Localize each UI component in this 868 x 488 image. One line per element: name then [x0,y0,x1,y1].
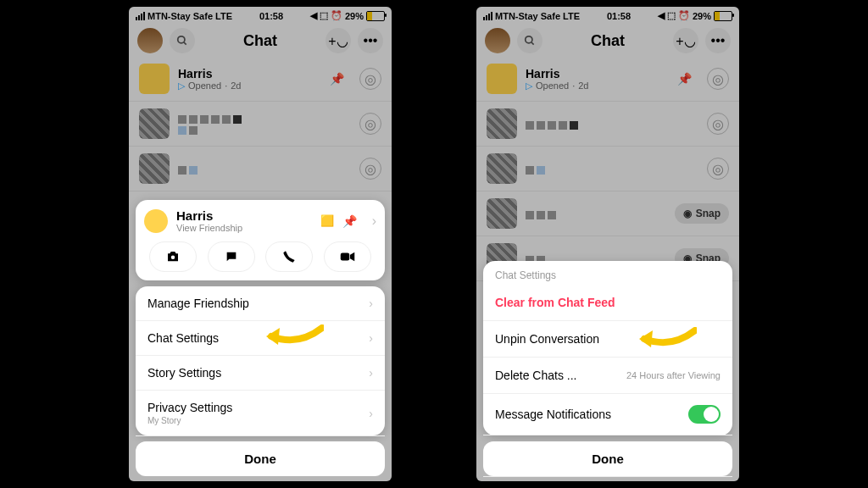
story-settings-item[interactable]: Story Settings› [136,356,385,391]
phone-right: MTN-Stay Safe LTE 01:58 ◀⬚⏰ 29% Chat +◡ … [476,7,739,481]
message-notifications-item[interactable]: Message Notifications [483,394,732,435]
action-sheet: Manage Friendship› Chat Settings› Story … [136,286,385,435]
phone-left: MTN-Stay Safe LTE 01:58 ◀ ⬚ ⏰ 29% Chat +… [129,7,392,481]
chat-action[interactable] [208,241,255,272]
privacy-settings-item[interactable]: Privacy SettingsMy Story› [136,391,385,436]
chevron-right-icon[interactable]: › [372,214,376,229]
toggle-on[interactable] [688,405,721,424]
profile-avatar-small [144,209,168,233]
chat-settings-sheet: Chat Settings Clear from Chat Feed Unpin… [483,261,732,435]
streak-emoji: 🟨 [320,214,334,227]
profile-name: Harris [176,208,312,223]
unpin-conversation-item[interactable]: Unpin Conversation [483,321,732,358]
manage-friendship-item[interactable]: Manage Friendship› [136,286,385,321]
call-action[interactable] [265,241,313,272]
done-button[interactable]: Done [136,441,385,476]
pin-icon: 📌 [342,214,357,228]
sheet-header: Chat Settings [483,261,732,285]
profile-card: Harris View Friendship 🟨 📌 › [136,200,385,280]
chevron-right-icon: › [369,297,373,310]
svg-rect-3 [341,253,350,261]
clear-chat-feed-item[interactable]: Clear from Chat Feed [483,285,732,321]
chevron-right-icon: › [369,366,373,380]
delete-chats-item[interactable]: Delete Chats ...24 Hours after Viewing [483,358,732,394]
chevron-right-icon: › [369,331,373,345]
video-action[interactable] [324,241,371,272]
svg-point-2 [171,256,175,260]
done-button[interactable]: Done [483,441,732,476]
chat-settings-item[interactable]: Chat Settings› [136,321,385,356]
camera-action[interactable] [149,241,197,272]
chevron-right-icon: › [369,407,373,420]
view-friendship-link[interactable]: View Friendship [176,223,312,233]
